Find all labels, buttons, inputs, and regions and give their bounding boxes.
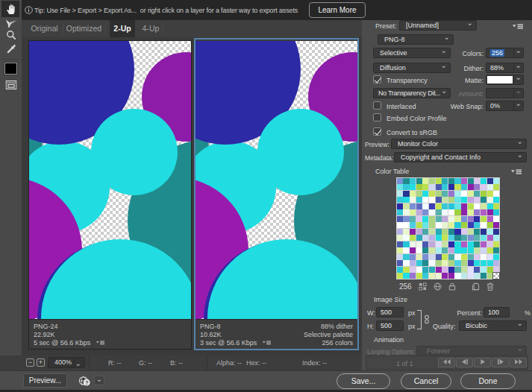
svg-text:?: ? [85,379,89,386]
